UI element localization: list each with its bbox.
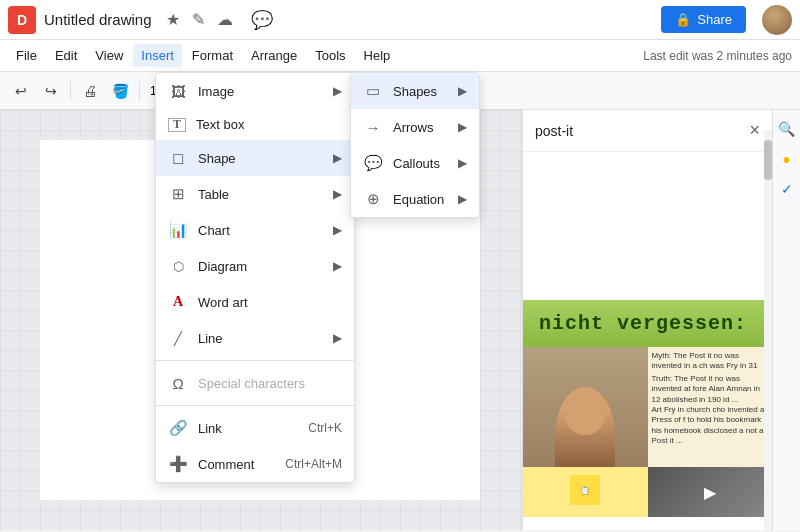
link-label: Link <box>198 421 298 436</box>
cloud-icon[interactable]: ☁ <box>217 10 233 29</box>
postit-sidebar: × ▭ ▱ △ ⬭ ▷ ▢ ▣ ○ △ ▱ ⬡ ⬟ ⋄ <box>522 110 772 530</box>
menu-view[interactable]: View <box>87 44 131 67</box>
textbox-label: Text box <box>196 117 342 132</box>
equation-icon: ⊕ <box>363 189 383 209</box>
panel-icon-check[interactable]: ✓ <box>776 178 798 200</box>
image-icon: 🖼 <box>168 81 188 101</box>
chart-label: Chart <box>198 223 323 238</box>
shapes-sub-arrow: ▶ <box>458 84 467 98</box>
menu-format[interactable]: Format <box>184 44 241 67</box>
table-label: Table <box>198 187 323 202</box>
insert-dropdown-menu: 🖼 Image ▶ T Text box ◻ Shape ▶ ⊞ Table ▶… <box>155 72 355 483</box>
callouts-label: Callouts <box>393 156 448 171</box>
menu-edit[interactable]: Edit <box>47 44 85 67</box>
print-button[interactable]: 🖨 <box>77 78 103 104</box>
insert-chart-option[interactable]: 📊 Chart ▶ <box>156 212 354 248</box>
star-icon[interactable]: ★ <box>166 10 180 29</box>
insert-line-option[interactable]: ╱ Line ▶ <box>156 320 354 356</box>
special-chars-icon: Ω <box>168 373 188 393</box>
menu-divider-1 <box>156 360 354 361</box>
line-label: Line <box>198 331 323 346</box>
shapes-submenu-callouts[interactable]: 💬 Callouts ▶ <box>351 145 479 181</box>
comment-shortcut: Ctrl+Alt+M <box>285 457 342 471</box>
green-postit-text: nicht vergessen: <box>539 312 756 335</box>
menu-divider-2 <box>156 405 354 406</box>
image-arrow: ▶ <box>333 84 342 98</box>
wordart-icon: A <box>168 292 188 312</box>
postit-info-text: Myth: The Post it no was invented in a c… <box>648 347 773 467</box>
callouts-arrow: ▶ <box>458 156 467 170</box>
insert-textbox-option[interactable]: T Text box <box>156 109 354 140</box>
last-edit: Last edit was 2 minutes ago <box>643 49 792 63</box>
diagram-arrow: ▶ <box>333 259 342 273</box>
insert-wordart-option[interactable]: A Word art <box>156 284 354 320</box>
shapes-submenu-shapes[interactable]: ▭ Shapes ▶ <box>351 73 479 109</box>
lock-icon: 🔒 <box>675 12 691 27</box>
shape-submenu: ▭ Shapes ▶ → Arrows ▶ 💬 Callouts ▶ ⊕ Equ… <box>350 72 480 218</box>
shapes-sub-label: Shapes <box>393 84 448 99</box>
menu-help[interactable]: Help <box>356 44 399 67</box>
undo-button[interactable]: ↩ <box>8 78 34 104</box>
postit-close-button[interactable]: × <box>749 120 760 141</box>
menu-insert[interactable]: Insert <box>133 44 182 67</box>
image-label: Image <box>198 84 323 99</box>
chat-icon[interactable]: 💬 <box>251 9 273 31</box>
edit-icon[interactable]: ✎ <box>192 10 205 29</box>
shapes-sub-icon: ▭ <box>363 81 383 101</box>
comment-label: Comment <box>198 457 275 472</box>
equation-label: Equation <box>393 192 448 207</box>
postit-video: ▶ <box>648 467 773 517</box>
insert-shape-option[interactable]: ◻ Shape ▶ <box>156 140 354 176</box>
shape-label: Shape <box>198 151 323 166</box>
shapes-submenu-equation[interactable]: ⊕ Equation ▶ <box>351 181 479 217</box>
chart-arrow: ▶ <box>333 223 342 237</box>
shape-arrow: ▶ <box>333 151 342 165</box>
insert-image-option[interactable]: 🖼 Image ▶ <box>156 73 354 109</box>
menu-tools[interactable]: Tools <box>307 44 353 67</box>
topbar: D Untitled drawing ★ ✎ ☁ 💬 🔒 Share <box>0 0 800 40</box>
line-icon: ╱ <box>168 328 188 348</box>
textbox-icon: T <box>168 118 186 132</box>
insert-special-chars-option: Ω Special characters <box>156 365 354 401</box>
wordart-label: Word art <box>198 295 342 310</box>
paint-button[interactable]: 🪣 <box>107 78 133 104</box>
right-panel: 🔍 ● ✓ <box>772 110 800 530</box>
callouts-icon: 💬 <box>363 153 383 173</box>
redo-button[interactable]: ↪ <box>38 78 64 104</box>
app-icon: D <box>8 6 36 34</box>
avatar <box>762 5 792 35</box>
link-icon: 🔗 <box>168 418 188 438</box>
postit-search-input[interactable] <box>535 123 749 139</box>
arrows-label: Arrows <box>393 120 448 135</box>
comment-icon: ➕ <box>168 454 188 474</box>
special-chars-label: Special characters <box>198 376 342 391</box>
insert-link-option[interactable]: 🔗 Link Ctrl+K <box>156 410 354 446</box>
table-arrow: ▶ <box>333 187 342 201</box>
green-postit: nicht vergessen: <box>523 300 772 347</box>
postit-yellow: 📋 <box>523 467 648 517</box>
toolbar-separator-2 <box>139 81 140 101</box>
chart-icon: 📊 <box>168 220 188 240</box>
line-arrow: ▶ <box>333 331 342 345</box>
panel-icon-yellow[interactable]: ● <box>776 148 798 170</box>
scrollbar-thumb[interactable] <box>764 140 772 180</box>
diagram-icon: ⬡ <box>168 256 188 276</box>
table-icon: ⊞ <box>168 184 188 204</box>
shapes-submenu-arrows[interactable]: → Arrows ▶ <box>351 109 479 145</box>
vertical-scrollbar[interactable] <box>764 130 772 530</box>
arrows-icon: → <box>363 117 383 137</box>
share-button[interactable]: 🔒 Share <box>661 6 746 33</box>
diagram-label: Diagram <box>198 259 323 274</box>
shape-icon: ◻ <box>168 148 188 168</box>
menubar: File Edit View Insert Format Arrange Too… <box>0 40 800 72</box>
panel-icon-search[interactable]: 🔍 <box>776 118 798 140</box>
doc-title[interactable]: Untitled drawing <box>44 11 152 28</box>
insert-diagram-option[interactable]: ⬡ Diagram ▶ <box>156 248 354 284</box>
arrows-arrow: ▶ <box>458 120 467 134</box>
insert-table-option[interactable]: ⊞ Table ▶ <box>156 176 354 212</box>
insert-comment-option[interactable]: ➕ Comment Ctrl+Alt+M <box>156 446 354 482</box>
menu-file[interactable]: File <box>8 44 45 67</box>
menu-arrange[interactable]: Arrange <box>243 44 305 67</box>
postit-image: nicht vergessen: Myth: The Post it no wa… <box>523 300 772 530</box>
equation-arrow: ▶ <box>458 192 467 206</box>
